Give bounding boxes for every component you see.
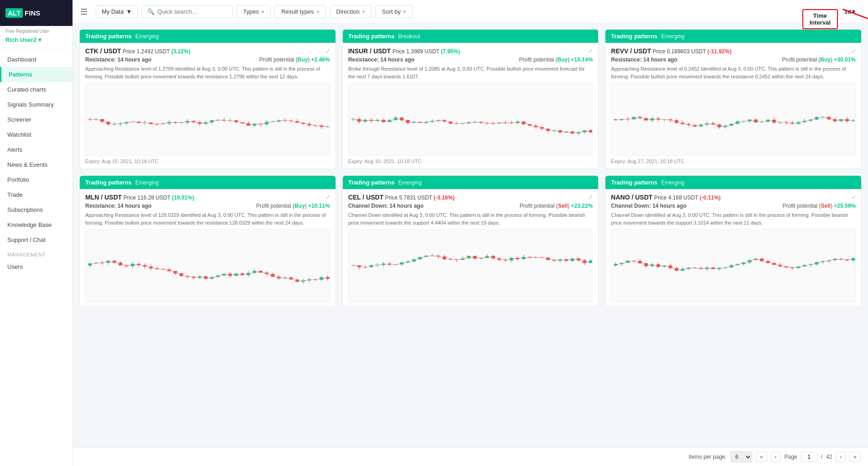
- result-types-chevron-icon: ▾: [317, 9, 319, 14]
- page-input[interactable]: [801, 452, 817, 462]
- card-card-2: Trading patterns Breakout INSUR / USDT P…: [342, 29, 599, 169]
- last-page-button[interactable]: »: [849, 452, 861, 462]
- card-header-type-3: Emerging: [135, 179, 159, 186]
- card-chart-4: [348, 229, 593, 302]
- card-chart-1: [348, 83, 593, 156]
- types-dropdown[interactable]: Types ▾: [236, 5, 271, 18]
- card-header-type-4: Emerging: [398, 179, 422, 186]
- card-card-3: Trading patterns Emerging REVV / USDT Pr…: [605, 29, 862, 169]
- card-pair-0: CTK / USDT: [85, 47, 121, 55]
- card-body-1: INSUR / USDT Price 1.3989 USDT (7.95%) ⤢…: [343, 43, 599, 169]
- svg-rect-83: [349, 83, 593, 155]
- card-header-label-0: Trading patterns: [85, 33, 132, 40]
- footer-bar: Items per page: 6 12 24 « ‹ Page / 42 › …: [73, 447, 868, 466]
- total-pages-separator: /: [821, 454, 822, 460]
- card-header-1: Trading patterns Breakout: [343, 30, 599, 43]
- card-pair-price-4: CEL / USDT Price 5.7831 USDT (-3.16%): [348, 194, 455, 201]
- sidebar-item-news-events[interactable]: News & Events: [0, 157, 72, 172]
- sidebar-item-screener[interactable]: Screener: [0, 112, 72, 127]
- sort-by-chevron-icon: ▾: [403, 9, 406, 14]
- card-body-3: MLN / USDT Price 116.28 USDT (10.51%) ⤢ …: [80, 189, 336, 307]
- card-pair-4: CEL / USDT: [348, 194, 384, 201]
- direction-dropdown[interactable]: Direction ▾: [330, 5, 372, 18]
- sort-by-dropdown[interactable]: Sort by ▾: [375, 5, 413, 18]
- sidebar-item-subscriptions[interactable]: Subscriptions: [0, 202, 72, 217]
- card-chart-2: [611, 83, 856, 156]
- filter-icon: ▼: [126, 8, 132, 15]
- prev-page-button[interactable]: ‹: [771, 452, 781, 462]
- sidebar-item-patterns[interactable]: Patterns: [0, 67, 72, 82]
- card-meta-4: Channel Down: 14 hours ago Profit potent…: [348, 203, 593, 209]
- sidebar-item-dashboard[interactable]: Dashboard: [0, 52, 72, 67]
- result-types-dropdown[interactable]: Result types ▾: [274, 5, 326, 18]
- management-section-label: Management: [0, 247, 72, 259]
- direction-chevron-icon: ▾: [362, 9, 365, 14]
- main-content: ☰ My Data ▼ 🔍 Types ▾ Result types ▾ Dir…: [73, 0, 868, 466]
- card-header-type-1: Breakout: [398, 33, 420, 40]
- time-1d-button[interactable]: 1d ▾: [839, 5, 861, 18]
- sidebar-item-signals-summary[interactable]: Signals Summary: [0, 97, 72, 112]
- expand-icon-0[interactable]: ⤢: [326, 48, 330, 54]
- expand-icon-2[interactable]: ⤢: [851, 48, 856, 54]
- card-price-change-2: (-11.92%): [708, 48, 732, 55]
- sidebar-item-users[interactable]: Users: [0, 259, 72, 274]
- user-menu[interactable]: Rich User2 ▾: [0, 34, 72, 48]
- card-meta-right-0: Profit potential (Buy) +2.46%: [259, 56, 330, 63]
- card-meta-0: Resistance: 14 hours ago Profit potentia…: [85, 56, 330, 63]
- card-pair-3: MLN / USDT: [85, 194, 122, 201]
- card-meta-right-4: Profit potential (Sell) +23.22%: [520, 203, 593, 209]
- card-price-4: Price 5.7831 USDT (-3.16%): [385, 195, 455, 201]
- card-header-label-2: Trading patterns: [611, 33, 657, 40]
- hamburger-icon[interactable]: ☰: [80, 7, 88, 17]
- sidebar-item-portfolio[interactable]: Portfolio: [0, 172, 72, 187]
- page-label: Page: [785, 454, 797, 460]
- types-label: Types: [243, 8, 259, 15]
- sidebar-item-trade[interactable]: Trade: [0, 187, 72, 202]
- card-price-change-4: (-3.16%): [434, 195, 455, 201]
- card-desc-0: Approaching Resistance level of 1.2799 i…: [85, 65, 330, 80]
- card-pair-1: INSUR / USDT: [348, 47, 391, 55]
- profit-direction-5: Sell: [821, 203, 831, 209]
- time-1d-chevron-icon: ▾: [852, 8, 855, 15]
- sidebar-item-support-chat[interactable]: Support / Chat: [0, 232, 72, 247]
- card-card-6: Trading patterns Emerging NANO / USDT Pr…: [605, 175, 862, 307]
- items-per-page-select[interactable]: 6 12 24: [730, 451, 752, 462]
- profit-direction-0: Buy: [298, 56, 308, 63]
- profit-value-3: +10.11%: [308, 203, 330, 209]
- card-meta-left-2: Resistance: 14 hours ago: [611, 56, 677, 63]
- card-expiry-1: Expiry: Aug 10, 2021, 10:18 UTC: [348, 159, 593, 164]
- card-meta-left-4: Channel Down: 14 hours ago: [348, 203, 424, 209]
- card-body-5: NANO / USDT Price 4.168 USDT (-0.11%) ⤢ …: [605, 189, 861, 307]
- expand-icon-4[interactable]: ⤢: [588, 194, 593, 200]
- card-pair-5: NANO / USDT: [611, 194, 652, 201]
- sidebar-item-knowledge-base[interactable]: Knowledge Base: [0, 217, 72, 232]
- sidebar-item-alerts[interactable]: Alerts: [0, 142, 72, 157]
- direction-label: Direction: [336, 8, 360, 15]
- card-desc-4: Channel Down identified at Aug 3, 0:00 U…: [348, 211, 593, 226]
- search-input[interactable]: [157, 8, 227, 15]
- expand-icon-5[interactable]: ⤢: [851, 194, 856, 200]
- user-type-label: Free Registered User: [0, 26, 72, 34]
- profit-value-0: +2.46%: [311, 56, 330, 63]
- card-header-label-3: Trading patterns: [85, 179, 132, 186]
- card-header-label-5: Trading patterns: [611, 179, 657, 186]
- my-data-label: My Data: [102, 8, 124, 15]
- card-pair-price-5: NANO / USDT Price 4.168 USDT (-0.11%): [611, 194, 720, 201]
- profit-value-5: +25.59%: [834, 203, 856, 209]
- sidebar-item-watchlist[interactable]: Watchlist: [0, 127, 72, 142]
- card-card-5: Trading patterns Emerging CEL / USDT Pri…: [342, 175, 599, 307]
- first-page-button[interactable]: «: [756, 452, 767, 462]
- sidebar-item-curated-charts[interactable]: Curated charts: [0, 82, 72, 97]
- time-interval-button[interactable]: Time Interval: [802, 9, 838, 29]
- expand-icon-1[interactable]: ⤢: [588, 48, 593, 54]
- logo-fins: FINS: [25, 9, 40, 17]
- topbar: ☰ My Data ▼ 🔍 Types ▾ Result types ▾ Dir…: [73, 0, 868, 24]
- expand-icon-3[interactable]: ⤢: [326, 194, 330, 200]
- card-meta-left-5: Channel Down: 14 hours ago: [611, 203, 686, 209]
- my-data-button[interactable]: My Data ▼: [96, 5, 138, 18]
- card-card-1: Trading patterns Emerging CTK / USDT Pri…: [79, 29, 336, 169]
- next-page-button[interactable]: ›: [836, 452, 846, 462]
- search-box[interactable]: 🔍: [141, 5, 232, 18]
- svg-rect-326: [349, 230, 593, 302]
- card-price-1: Price 1.3989 USDT (7.95%): [393, 48, 460, 55]
